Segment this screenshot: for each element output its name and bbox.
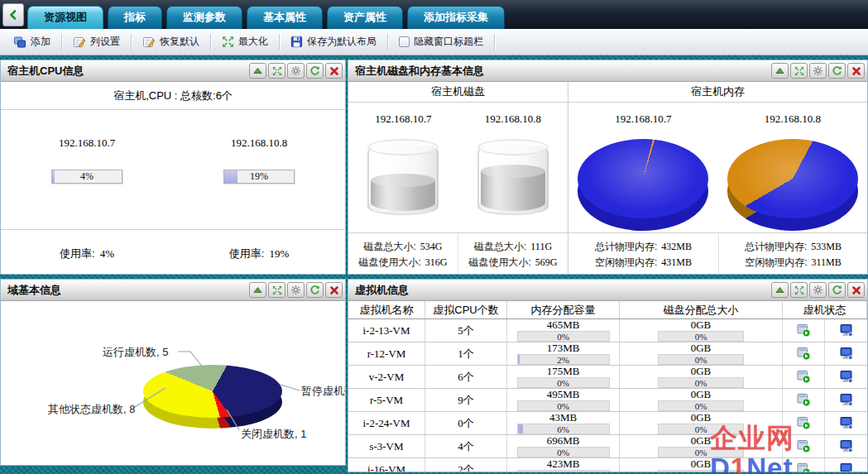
vm-console-button[interactable] (825, 342, 867, 365)
expand-arrows-icon (222, 36, 234, 48)
vm-disk-cell: 0GB 0% (620, 342, 783, 365)
cpu-summary: 宿主机,CPU : 总核数:6个 (1, 82, 345, 110)
gear-icon (813, 65, 823, 76)
tab-basic-properties[interactable]: 基本属性 (247, 6, 323, 29)
vm-action-button[interactable] (783, 389, 825, 411)
collapse-button[interactable] (249, 282, 266, 298)
vm-console-button[interactable] (825, 435, 867, 457)
vm-cpu-cell: 4个 (425, 435, 507, 457)
vm-console-button[interactable] (825, 389, 867, 411)
maximize-button[interactable] (268, 63, 285, 79)
tab-monitor-params[interactable]: 监测参数 (166, 6, 242, 29)
column-settings-button[interactable]: 列设置 (62, 29, 131, 55)
vm-cpu-cell: 9个 (425, 389, 507, 411)
close-icon (851, 66, 861, 76)
notepad-pencil-icon (73, 36, 86, 49)
tab-add-indicator-collection[interactable]: 添加指标采集 (407, 6, 505, 29)
maximize-button[interactable]: 最大化 (211, 29, 279, 55)
pie-label-running: 运行虚机数, 5 (103, 345, 168, 360)
maximize-button[interactable] (790, 63, 808, 79)
hide-titlebar-toggle[interactable]: 隐藏窗口标题栏 (388, 29, 494, 55)
disk-cylinder-gauge (367, 139, 439, 215)
vm-console-button[interactable] (825, 319, 867, 342)
disk-usage-bar: 0% (658, 400, 744, 411)
restore-default-button[interactable]: 恢复默认 (132, 29, 210, 55)
col-vm-status: 虚机状态 (783, 301, 867, 318)
disk-stats: 磁盘总大小:111G 磁盘使用大小:569G (458, 233, 568, 275)
gear-icon (813, 285, 823, 295)
vm-console-button[interactable] (825, 458, 867, 472)
vm-run-icon (797, 323, 811, 338)
save-layout-button[interactable]: 保存为默认布局 (280, 29, 387, 55)
settings-button[interactable] (809, 282, 827, 298)
close-button[interactable] (847, 63, 865, 79)
settings-button[interactable] (809, 63, 827, 79)
vm-mem-cell: 696MB 0% (507, 435, 620, 457)
panel-host-disk-memory: 宿主机磁盘和内存基本信息 宿主机磁盘 宿主机内存 192 (348, 60, 868, 275)
memory-stats: 总计物理内存:533MB 空闲物理内存:311MB (719, 233, 867, 275)
cpu-chart: 192.168.10.7 4% 192.168.10.8 19% (1, 110, 345, 230)
vm-cpu-cell: 5个 (425, 319, 507, 342)
collapse-button[interactable] (249, 63, 266, 79)
close-icon (329, 285, 339, 295)
refresh-button[interactable] (306, 63, 324, 79)
settings-button[interactable] (287, 63, 305, 79)
vm-action-button[interactable] (783, 366, 825, 388)
vm-mem-cell: 495MB 0% (507, 389, 620, 411)
settings-button[interactable] (287, 282, 305, 298)
panel-domain-info: 域基本信息 运行虚机数, 5 暂停虚机数 (0, 279, 346, 466)
expand-arrows-icon (272, 285, 282, 295)
vm-action-button[interactable] (783, 342, 825, 365)
mem-usage-bar (517, 470, 610, 472)
refresh-button[interactable] (828, 282, 846, 298)
panel-titlebar[interactable]: 域基本信息 (1, 280, 345, 301)
refresh-button[interactable] (306, 282, 324, 298)
panel-titlebar[interactable]: 虚拟机信息 (348, 280, 867, 301)
maximize-button[interactable] (790, 282, 808, 298)
restore-default-label: 恢复默认 (160, 35, 199, 49)
close-button[interactable] (325, 282, 343, 298)
domain-pie-chart (143, 365, 282, 418)
add-button[interactable]: 添加 (2, 29, 61, 55)
vm-name-cell: i-16-VM (348, 458, 425, 472)
vm-disk-cell: 0GB 0% (620, 435, 783, 457)
toolbar: 添加 列设置 恢复默认 最大化 保存为默认布局 隐藏窗口标题栏 (0, 29, 868, 55)
hide-titlebar-label: 隐藏窗口标题栏 (414, 35, 483, 49)
add-label: 添加 (31, 35, 50, 49)
refresh-icon (309, 65, 320, 76)
refresh-button[interactable] (828, 63, 846, 79)
panel-vm-info: 虚拟机信息 虚拟机名称 虚拟CPU个数 内存分配容量 磁盘分配总大小 虚机状态 (348, 279, 868, 472)
collapse-button[interactable] (771, 63, 789, 79)
close-icon (851, 285, 861, 295)
scroll-left-button[interactable] (2, 3, 24, 26)
vm-mem-cell: 423MB (507, 458, 620, 472)
tab-resource-view[interactable]: 资源视图 (27, 6, 103, 29)
collapse-button[interactable] (771, 282, 789, 298)
add-windows-icon (13, 36, 26, 49)
vm-console-button[interactable] (825, 412, 867, 434)
vm-action-button[interactable] (783, 319, 825, 342)
tab-asset-properties[interactable]: 资产属性 (327, 6, 403, 29)
disk-usage-bar: 0% (658, 377, 744, 388)
panel-titlebar[interactable]: 宿主机磁盘和内存基本信息 (348, 60, 867, 82)
triangle-up-icon (252, 66, 263, 75)
panel-titlebar[interactable]: 宿主机CPU信息 (1, 60, 345, 82)
memory-pie-chart (578, 139, 708, 218)
vm-console-button[interactable] (825, 366, 867, 388)
host-ip: 192.168.10.7 (568, 113, 718, 126)
vm-table-header: 虚拟机名称 虚拟CPU个数 内存分配容量 磁盘分配总大小 虚机状态 (348, 301, 867, 319)
maximize-button[interactable] (268, 282, 285, 298)
mem-usage-bar: 0% (517, 400, 610, 411)
vm-action-button[interactable] (783, 412, 825, 434)
checkbox-icon[interactable] (399, 36, 410, 47)
close-button[interactable] (847, 282, 865, 298)
memory-section-header: 宿主机内存 (568, 82, 867, 102)
vm-action-button[interactable] (783, 458, 825, 472)
vm-mem-cell: 465MB 0% (507, 319, 620, 342)
expand-arrows-icon (794, 66, 804, 76)
close-button[interactable] (325, 63, 343, 79)
vm-action-button[interactable] (783, 435, 825, 457)
table-row: i-2-13-VM 5个 465MB 0% 0GB 0% (348, 319, 867, 342)
tab-indicators[interactable]: 指标 (108, 6, 162, 29)
computer-icon (839, 323, 853, 338)
